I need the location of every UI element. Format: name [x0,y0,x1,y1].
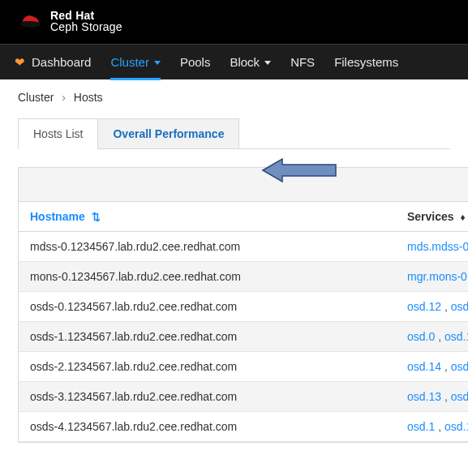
breadcrumb: Cluster › Hosts [0,79,468,118]
hosts-table-container: Hostname ⇅ Services ♦ mdss-0.1234567.lab… [18,167,468,443]
nav-item-label: Cluster [110,55,149,69]
nav-item-pools[interactable]: Pools [180,45,211,79]
main-nav: ❤DashboardClusterPoolsBlockNFSFilesystem… [0,44,468,79]
hostname-cell: osds-1.1234567.lab.rdu2.cee.redhat.com [19,322,396,352]
services-cell: osd.14 , osd.4 , osd.9 [396,352,468,382]
col-header-hostname[interactable]: Hostname ⇅ [19,202,396,232]
hostname-cell: osds-0.1234567.lab.rdu2.cee.redhat.com [19,292,396,322]
table-row: osds-4.1234567.lab.rdu2.cee.redhat.comos… [19,412,468,442]
nav-item-filesystems[interactable]: Filesystems [334,45,398,79]
hostname-cell: mdss-0.1234567.lab.rdu2.cee.redhat.com [19,232,396,262]
tabs: Hosts ListOverall Performance [18,118,450,149]
sort-asc-icon: ⇅ [92,211,101,223]
service-separator: , [441,360,451,373]
table-row: mdss-0.1234567.lab.rdu2.cee.redhat.commd… [19,232,468,262]
hosts-table: Hostname ⇅ Services ♦ mdss-0.1234567.lab… [19,202,468,442]
nav-item-dashboard[interactable]: ❤Dashboard [15,45,91,79]
col-header-services-label: Services [407,210,454,223]
col-header-hostname-label: Hostname [30,210,85,223]
brand-bottom: Ceph Storage [50,21,122,32]
services-cell: mds.mdss-0 [396,232,468,262]
services-cell: osd.13 , osd.3 , osd.8 [396,382,468,412]
service-link[interactable]: osd.4 [451,360,468,373]
service-link[interactable]: osd.11 [444,420,468,433]
nav-item-nfs[interactable]: NFS [290,45,315,79]
redhat-logo-icon [19,13,42,29]
service-link[interactable]: osd.10 [444,330,468,343]
table-row: mons-0.1234567.lab.rdu2.cee.redhat.commg… [19,262,468,292]
service-link[interactable]: osd.0 [407,330,435,343]
sort-icon: ♦ [461,212,466,223]
nav-item-block[interactable]: Block [230,45,271,79]
service-link[interactable]: mds.mdss-0 [407,240,468,253]
tab-hosts-list[interactable]: Hosts List [18,118,98,148]
nav-item-label: NFS [290,55,315,69]
hostname-cell: osds-3.1234567.lab.rdu2.cee.redhat.com [19,382,396,412]
table-row: osds-0.1234567.lab.rdu2.cee.redhat.comos… [19,292,468,322]
service-link[interactable]: osd.3 [451,390,468,403]
brand-text: Red Hat Ceph Storage [50,10,122,32]
service-separator: , [441,300,451,313]
breadcrumb-current: Hosts [74,91,103,104]
nav-item-cluster[interactable]: Cluster [110,45,161,79]
service-link[interactable]: mgr.mons-0 [407,270,467,283]
hostname-cell: osds-2.1234567.lab.rdu2.cee.redhat.com [19,352,396,382]
breadcrumb-parent[interactable]: Cluster [18,91,54,104]
service-separator: , [441,390,451,403]
service-link[interactable]: osd.1 [407,420,435,433]
chevron-down-icon [154,61,161,65]
tab-overall-performance[interactable]: Overall Performance [97,118,239,148]
hostname-cell: osds-4.1234567.lab.rdu2.cee.redhat.com [19,412,396,442]
table-row: osds-3.1234567.lab.rdu2.cee.redhat.comos… [19,382,468,412]
service-link[interactable]: osd.14 [407,360,441,373]
chevron-down-icon [264,61,271,65]
hostname-cell: mons-0.1234567.lab.rdu2.cee.redhat.com [19,262,396,292]
brand-top: Red Hat [50,10,122,21]
service-link[interactable]: osd.2 [451,300,468,313]
nav-item-label: Block [230,55,260,69]
heartbeat-icon: ❤ [15,55,25,70]
nav-item-label: Pools [180,55,211,69]
services-cell: osd.1 , osd.11 , osd.6 [396,412,468,442]
nav-item-label: Filesystems [334,55,398,69]
table-row: osds-2.1234567.lab.rdu2.cee.redhat.comos… [19,352,468,382]
service-link[interactable]: osd.13 [407,390,441,403]
col-header-services[interactable]: Services ♦ [396,202,468,232]
nav-item-label: Dashboard [32,55,91,69]
table-row: osds-1.1234567.lab.rdu2.cee.redhat.comos… [19,322,468,352]
table-toolbar [19,168,468,202]
service-separator: , [435,420,444,433]
services-cell: osd.0 , osd.10 , osd.5 [396,322,468,352]
service-separator: , [435,330,444,343]
services-cell: osd.12 , osd.2 , osd.7 [396,292,468,322]
breadcrumb-separator: › [62,91,66,104]
services-cell: mgr.mons-0 , mon.m [396,262,468,292]
brand-header: Red Hat Ceph Storage [0,0,468,44]
service-link[interactable]: osd.12 [407,300,441,313]
